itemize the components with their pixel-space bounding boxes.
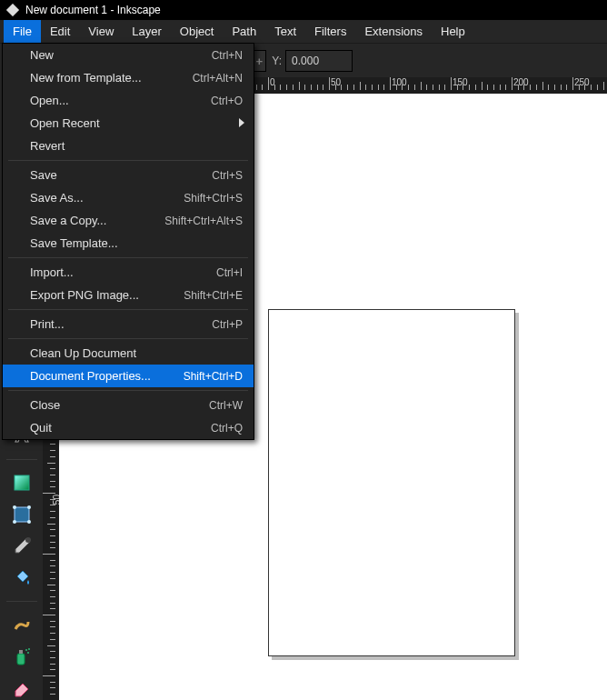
svg-point-9 [27, 520, 31, 524]
menu-layer[interactable]: Layer [123, 20, 171, 43]
document-page [268, 309, 515, 656]
toolbox-separator [6, 601, 37, 602]
menu-item-shortcut: Shift+Ctrl+E [184, 289, 243, 302]
menu-item-shortcut: Ctrl+I [216, 266, 243, 279]
svg-rect-11 [17, 654, 25, 665]
svg-point-13 [25, 649, 27, 651]
menu-text[interactable]: Text [265, 20, 305, 43]
menu-item-label: Close [30, 398, 209, 412]
submenu-arrow-icon [239, 118, 244, 127]
menu-item-shortcut: Ctrl+P [212, 318, 243, 331]
menu-item-shortcut: Ctrl+Alt+N [193, 72, 243, 85]
menu-separator [8, 390, 248, 391]
svg-point-7 [27, 505, 31, 509]
vruler-label: 50 [52, 495, 59, 505]
menu-item-label: Save Template... [30, 236, 243, 250]
svg-point-15 [28, 648, 30, 650]
file-menu-dropdown: NewCtrl+NNew from Template...Ctrl+Alt+NO… [2, 43, 254, 440]
svg-point-10 [25, 537, 31, 543]
menu-separator [8, 338, 248, 339]
menu-item-shortcut: Ctrl+W [209, 399, 243, 412]
menu-view[interactable]: View [79, 20, 123, 43]
menu-filters[interactable]: Filters [305, 20, 355, 43]
mesh-tool[interactable] [9, 503, 35, 527]
menu-file[interactable]: File [4, 20, 41, 43]
menu-item-shortcut: Ctrl+S [212, 169, 243, 182]
svg-point-14 [27, 652, 29, 654]
menu-separator [8, 257, 248, 258]
menu-item-shortcut: Ctrl+O [211, 95, 243, 107]
titlebar: New document 1 - Inkscape [0, 0, 607, 20]
svg-rect-4 [15, 475, 29, 490]
menu-item-save-as[interactable]: Save As...Shift+Ctrl+S [3, 186, 254, 209]
menu-item-open[interactable]: Open...Ctrl+O [3, 89, 254, 112]
menu-item-label: Document Properties... [30, 369, 184, 383]
menu-item-open-recent[interactable]: Open Recent [3, 112, 254, 135]
eraser-tool[interactable] [9, 675, 35, 700]
gradient-tool[interactable] [9, 471, 35, 495]
menu-item-new-from-template[interactable]: New from Template...Ctrl+Alt+N [3, 66, 254, 89]
menu-item-new[interactable]: NewCtrl+N [3, 44, 254, 66]
svg-rect-12 [19, 650, 23, 654]
toolbox-separator [6, 459, 37, 460]
menu-separator [8, 160, 248, 161]
y-input[interactable]: 0.000 [285, 50, 353, 72]
menu-item-label: Quit [30, 421, 211, 435]
window-title: New document 1 - Inkscape [25, 4, 161, 16]
menu-item-label: Revert [30, 139, 243, 153]
menu-item-clean-up-document[interactable]: Clean Up Document [3, 342, 254, 365]
menubar: File Edit View Layer Object Path Text Fi… [0, 20, 607, 43]
menu-item-label: New [30, 48, 212, 62]
tweak-tool[interactable] [9, 613, 35, 637]
menu-item-quit[interactable]: QuitCtrl+Q [3, 416, 254, 439]
menu-item-label: New from Template... [30, 71, 193, 85]
menu-item-print[interactable]: Print...Ctrl+P [3, 313, 254, 335]
svg-point-8 [13, 520, 16, 524]
menu-item-label: Open Recent [30, 116, 243, 130]
hruler-label: 150 [453, 77, 468, 87]
menu-item-label: Save [30, 168, 212, 182]
paint-bucket-tool[interactable] [9, 565, 35, 590]
menu-item-save[interactable]: SaveCtrl+S [3, 164, 254, 186]
menu-item-revert[interactable]: Revert [3, 135, 254, 157]
menu-item-document-properties[interactable]: Document Properties...Shift+Ctrl+D [3, 365, 254, 387]
menu-item-save-template[interactable]: Save Template... [3, 232, 254, 255]
menu-item-import[interactable]: Import...Ctrl+I [3, 261, 254, 284]
menu-item-shortcut: Shift+Ctrl+D [184, 370, 243, 383]
menu-extensions[interactable]: Extensions [355, 20, 432, 43]
hruler-label: 250 [574, 77, 590, 87]
menu-edit[interactable]: Edit [41, 20, 79, 43]
menu-path[interactable]: Path [223, 20, 265, 43]
app-logo-icon [5, 3, 20, 17]
dropper-tool[interactable] [9, 534, 35, 558]
menu-item-label: Save a Copy... [30, 214, 164, 227]
menu-item-shortcut: Ctrl+Q [211, 422, 243, 435]
hruler-label: 50 [331, 77, 341, 87]
hruler-label: 100 [392, 77, 407, 87]
menu-item-label: Export PNG Image... [30, 288, 184, 302]
hruler-label: 200 [513, 77, 529, 87]
menu-item-label: Print... [30, 317, 212, 331]
svg-point-6 [13, 505, 16, 509]
menu-item-label: Open... [30, 94, 211, 107]
y-coord-group: Y: 0.000 [272, 50, 353, 72]
menu-item-label: Save As... [30, 191, 184, 205]
spray-tool[interactable] [9, 644, 35, 668]
menu-item-save-a-copy[interactable]: Save a Copy...Shift+Ctrl+Alt+S [3, 209, 254, 232]
menu-item-label: Clean Up Document [30, 346, 243, 360]
menu-item-shortcut: Ctrl+N [212, 49, 243, 62]
menu-item-label: Import... [30, 265, 216, 279]
menu-item-close[interactable]: CloseCtrl+W [3, 394, 254, 416]
y-label: Y: [272, 55, 282, 67]
menu-item-shortcut: Shift+Ctrl+Alt+S [164, 215, 243, 227]
hruler-label: 0 [270, 77, 275, 87]
y-value: 0.000 [286, 55, 352, 67]
menu-help[interactable]: Help [432, 20, 474, 43]
menu-separator [8, 309, 248, 310]
svg-rect-5 [15, 507, 29, 522]
menu-item-shortcut: Shift+Ctrl+S [184, 192, 243, 205]
menu-object[interactable]: Object [171, 20, 224, 43]
menu-item-export-png-image[interactable]: Export PNG Image...Shift+Ctrl+E [3, 284, 254, 306]
